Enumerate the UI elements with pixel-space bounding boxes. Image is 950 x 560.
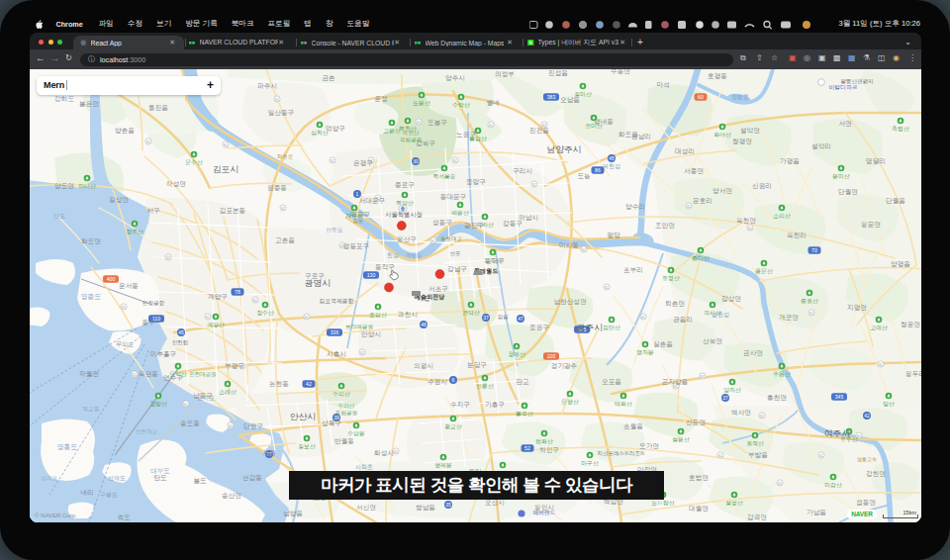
svg-text:IC: IC xyxy=(417,121,421,125)
svg-text:반월동: 반월동 xyxy=(334,437,354,444)
svg-text:강동구: 강동구 xyxy=(503,220,522,228)
svg-text:가평읍: 가평읍 xyxy=(780,157,800,165)
svg-text:시흥시: 시흥시 xyxy=(327,350,346,357)
svg-text:원종동: 원종동 xyxy=(267,184,287,191)
svg-text:하성면: 하성면 xyxy=(166,180,186,188)
svg-text:측도: 측도 xyxy=(117,513,131,520)
svg-text:검단산: 검단산 xyxy=(603,325,620,330)
svg-text:축령산: 축령산 xyxy=(892,126,909,132)
svg-text:IC: IC xyxy=(275,98,279,102)
svg-text:86: 86 xyxy=(595,167,601,173)
svg-text:고촌읍: 고촌읍 xyxy=(275,236,295,243)
svg-text:상록구: 상록구 xyxy=(322,420,341,427)
svg-text:서면: 서면 xyxy=(838,120,851,127)
svg-text:세빛섬: 세빛섬 xyxy=(406,252,423,258)
svg-text:법화산: 법화산 xyxy=(535,438,553,444)
svg-text:금남리: 금남리 xyxy=(631,133,651,140)
svg-text:영흥도: 영흥도 xyxy=(57,443,78,450)
svg-text:IC: IC xyxy=(582,248,586,252)
svg-text:불은면: 불은면 xyxy=(79,100,99,107)
svg-text:도농: 도농 xyxy=(577,172,591,179)
svg-text:덕양구: 덕양구 xyxy=(326,125,345,133)
svg-text:화야산: 화야산 xyxy=(713,132,731,138)
svg-text:IC: IC xyxy=(360,351,364,355)
svg-text:양촌읍: 양촌읍 xyxy=(115,127,135,135)
svg-text:IC: IC xyxy=(879,363,883,367)
svg-text:IC: IC xyxy=(305,316,309,320)
svg-text:고래산: 고래산 xyxy=(870,325,888,330)
svg-text:남한산성면: 남한산성면 xyxy=(554,298,587,306)
svg-text:잠실: 잠실 xyxy=(497,314,508,320)
svg-text:수리산도립공원: 수리산도립공원 xyxy=(335,403,357,417)
svg-text:북악산: 북악산 xyxy=(396,200,414,206)
svg-text:IC: IC xyxy=(748,227,752,231)
svg-text:모가면: 모가면 xyxy=(639,442,659,449)
svg-text:용문산: 용문산 xyxy=(755,268,773,274)
svg-text:IC: IC xyxy=(281,207,285,211)
svg-text:배봉산: 배봉산 xyxy=(451,210,469,216)
svg-text:수락산: 수락산 xyxy=(452,102,470,108)
svg-text:추읍산: 추읍산 xyxy=(773,371,791,377)
svg-text:강남구: 강남구 xyxy=(447,265,467,273)
svg-text:IC: IC xyxy=(701,375,705,379)
svg-text:평내동: 평내동 xyxy=(594,118,614,126)
svg-text:노원구: 노원구 xyxy=(456,131,476,138)
svg-text:하남시: 하남시 xyxy=(519,214,538,221)
svg-text:광주시: 광주시 xyxy=(577,323,603,332)
svg-text:42: 42 xyxy=(864,413,870,419)
svg-text:52: 52 xyxy=(524,445,530,451)
svg-text:김포국제공항: 김포국제공항 xyxy=(320,298,354,305)
svg-text:양도면: 양도면 xyxy=(54,182,74,190)
svg-text:에버랜드: 에버랜드 xyxy=(532,510,555,515)
svg-text:의정부: 의정부 xyxy=(495,70,515,78)
svg-text:과천시: 과천시 xyxy=(398,311,418,318)
svg-text:대부도: 대부도 xyxy=(150,467,170,474)
svg-text:IC: IC xyxy=(857,434,861,438)
svg-text:1: 1 xyxy=(356,191,359,197)
svg-text:청평면: 청평면 xyxy=(732,138,752,145)
svg-text:옥련동: 옥련동 xyxy=(139,370,158,377)
svg-text:양서면: 양서면 xyxy=(712,187,732,195)
svg-text:산북면: 산북면 xyxy=(703,337,722,344)
svg-text:길상면: 길상면 xyxy=(109,196,129,204)
svg-text:설봉산: 설봉산 xyxy=(672,436,690,442)
svg-text:마구산: 마구산 xyxy=(581,460,599,466)
svg-text:화도면: 화도면 xyxy=(81,237,101,244)
svg-text:도봉구: 도봉구 xyxy=(428,119,447,126)
svg-text:별내: 별내 xyxy=(486,99,499,106)
svg-text:영동고속: 영동고속 xyxy=(857,456,877,463)
svg-text:IC: IC xyxy=(809,312,813,316)
svg-text:IC: IC xyxy=(819,454,823,458)
svg-text:인릉산: 인릉산 xyxy=(476,383,494,389)
svg-text:IC: IC xyxy=(122,306,126,310)
svg-text:양평읍: 양평읍 xyxy=(891,260,910,268)
svg-text:오산시: 오산시 xyxy=(485,499,505,506)
svg-text:논현동: 논현동 xyxy=(269,380,289,387)
svg-text:구리시: 구리시 xyxy=(513,167,532,174)
svg-text:흥천면: 흥천면 xyxy=(767,394,787,401)
svg-text:청평호: 청평호 xyxy=(731,94,749,101)
svg-text:IC: IC xyxy=(184,403,188,407)
svg-text:동호대교: 동호대교 xyxy=(440,235,462,241)
svg-text:설악면: 설악면 xyxy=(740,127,760,134)
svg-text:중랑구: 중랑구 xyxy=(466,178,486,186)
svg-text:IC: IC xyxy=(394,450,398,454)
svg-text:IC: IC xyxy=(532,183,536,187)
svg-text:여주시: 여주시 xyxy=(824,428,850,438)
svg-text:오남읍: 오남읍 xyxy=(560,96,580,103)
svg-text:신둔면: 신둔면 xyxy=(686,419,706,425)
svg-text:서구: 서구 xyxy=(146,207,160,214)
svg-text:강상면: 강상면 xyxy=(721,295,741,303)
svg-text:서초구: 서초구 xyxy=(428,285,448,292)
svg-text:실촌읍: 실촌읍 xyxy=(653,340,673,347)
svg-text:부평구: 부평구 xyxy=(225,362,244,370)
svg-text:IC: IC xyxy=(166,256,170,260)
svg-text:광진구: 광진구 xyxy=(464,222,484,229)
svg-text:십리포: 십리포 xyxy=(42,475,58,481)
svg-text:대성리: 대성리 xyxy=(675,147,695,155)
svg-text:옥천면: 옥천면 xyxy=(736,217,756,224)
svg-text:IC: IC xyxy=(133,373,137,377)
svg-text:곤지암읍: 곤지암읍 xyxy=(662,378,689,385)
svg-text:시화호: 시화호 xyxy=(355,464,373,470)
svg-text:불곡산: 불곡산 xyxy=(516,411,533,417)
